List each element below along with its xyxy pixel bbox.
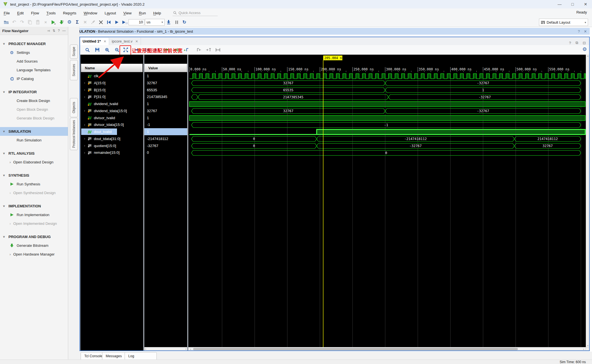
scrollbar-thumb[interactable] — [193, 348, 518, 350]
menu-layout[interactable]: Layout — [101, 8, 120, 17]
banner-close-icon[interactable]: ✕ — [584, 29, 587, 34]
zoom-in-button[interactable] — [103, 46, 111, 54]
signal-value-p310[interactable]: 2147385345 — [144, 93, 187, 100]
menu-flow[interactable]: Flow — [27, 8, 43, 17]
flow-item-open-synthesized-design[interactable]: ›Open Synthesized Design — [0, 188, 68, 197]
run-for-button[interactable]: (T) — [121, 19, 129, 26]
expand-icon[interactable]: › — [83, 151, 87, 155]
menu-reports[interactable]: Reports — [59, 8, 80, 17]
flow-section-program-and-debug[interactable]: ∨PROGRAM AND DEBUG — [0, 232, 68, 241]
signal-row-divisor_tdata150[interactable]: ›divisor_tdata[15:0] — [80, 121, 143, 128]
redo-button[interactable]: ↷ — [18, 19, 26, 26]
flow-item-create-block-design[interactable]: Create Block Design — [0, 96, 68, 105]
open-project-button[interactable] — [2, 19, 10, 26]
quick-access-search[interactable]: Quick Access — [173, 10, 218, 16]
add-marker-button[interactable]: + — [182, 46, 191, 54]
menu-help[interactable]: Help — [150, 8, 165, 17]
side-tab-scope[interactable]: Scope — [70, 45, 78, 59]
menu-file[interactable]: File — [0, 8, 14, 17]
signal-value-dividend_tdata150[interactable]: 32767 — [144, 107, 187, 114]
signal-row-divisor_tvalid[interactable]: divisor_tvalid — [80, 114, 143, 121]
side-tab-protocol-instances[interactable]: Protocol Instances — [70, 118, 78, 150]
scroll-right-icon[interactable]: › — [185, 347, 186, 350]
collapse-icon[interactable]: ⫤ — [47, 29, 50, 33]
settings-gear-button[interactable]: ⚙ — [65, 19, 73, 26]
save-wave-config-button[interactable] — [93, 46, 101, 54]
layout-selector[interactable]: Default Layout ▾ — [539, 19, 588, 26]
previous-marker-button[interactable] — [195, 46, 203, 54]
scroll-left-icon[interactable]: ‹ — [145, 347, 146, 350]
expand-icon[interactable]: › — [83, 144, 87, 148]
side-tab-objects[interactable]: Objects — [70, 98, 78, 117]
flow-item-language-templates[interactable]: Language Templates — [0, 66, 68, 74]
maximize-button[interactable]: □ — [566, 0, 579, 8]
flow-item-run-implementation[interactable]: Run Implementation — [0, 210, 68, 219]
break-button[interactable] — [97, 19, 105, 26]
signal-value-a150[interactable]: 32767 — [144, 79, 187, 86]
swap-cursors-button[interactable] — [214, 46, 222, 54]
signal-row-dout_tdata310[interactable]: ›dout_tdata[31:0] — [80, 135, 143, 142]
time-unit-select[interactable]: us▾ — [145, 19, 165, 26]
signal-row-clk[interactable]: clk — [80, 72, 143, 79]
run-time-input[interactable] — [129, 19, 144, 25]
restart-button[interactable] — [105, 19, 113, 26]
signal-value-clk[interactable]: 1 — [144, 72, 187, 79]
signal-value-dout_tvalid[interactable]: 1 — [144, 128, 187, 135]
scroll-down-icon[interactable]: ⌄ — [586, 343, 589, 347]
flow-item-run-synthesis[interactable]: Run Synthesis — [0, 180, 68, 188]
menu-edit[interactable]: Edit — [14, 8, 27, 17]
wave-scrollbar[interactable]: ‹ › — [188, 347, 586, 350]
cancel-button[interactable]: ✕ — [81, 19, 89, 26]
minimize-button[interactable]: — — [553, 0, 566, 8]
copy-button[interactable] — [26, 19, 34, 26]
help-icon[interactable]: ? — [569, 41, 571, 45]
find-button[interactable] — [83, 46, 92, 54]
edit-pen-button[interactable] — [89, 19, 97, 26]
flow-item-generate-bitstream[interactable]: Generate Bitstream — [0, 241, 68, 250]
expand-icon[interactable]: › — [83, 123, 87, 127]
maximize-icon[interactable]: ⊡ — [583, 41, 586, 45]
close-tab-icon[interactable]: ✕ — [135, 39, 138, 43]
run-all-button[interactable] — [113, 19, 121, 26]
flow-item-open-implemented-design[interactable]: ›Open Implemented Design — [0, 219, 68, 228]
flow-item-open-hardware-manager[interactable]: ›Open Hardware Manager — [0, 250, 68, 259]
signal-row-a150[interactable]: ›A[15:0] — [80, 79, 143, 86]
flow-section-synthesis[interactable]: ∨SYNTHESIS — [0, 171, 68, 180]
scroll-right-icon[interactable]: › — [582, 347, 586, 351]
expand-icon[interactable]: › — [83, 88, 87, 92]
close-tab-icon[interactable]: ✕ — [103, 39, 106, 43]
flow-item-run-simulation[interactable]: Run Simulation — [0, 136, 68, 145]
paste-button[interactable] — [34, 19, 42, 26]
signal-row-dout_tvalid[interactable]: dout_tvalid — [80, 128, 143, 135]
expand-icon[interactable]: ⇅ — [52, 29, 55, 33]
run-button[interactable] — [50, 19, 58, 26]
wave-settings-gear-icon[interactable]: ⚙ — [582, 46, 587, 52]
banner-help-icon[interactable]: ? — [578, 29, 580, 34]
signal-value-remainder150[interactable]: 0 — [144, 149, 187, 156]
flow-section-rtl-analysis[interactable]: ∨RTL ANALYSIS — [0, 149, 68, 158]
expand-icon[interactable]: › — [83, 137, 87, 141]
value-panel-scrollbar[interactable]: ‹ › — [144, 347, 187, 350]
scroll-up-icon[interactable]: ⌃ — [586, 55, 589, 59]
side-tab-sources[interactable]: Sources — [70, 60, 78, 80]
step-button[interactable] — [165, 19, 173, 26]
flow-section-simulation[interactable]: ∨SIMULATION — [0, 127, 68, 136]
bottom-tab-log[interactable]: Log — [125, 352, 157, 360]
signal-value-dout_tdata310[interactable]: -2147418112 — [144, 135, 187, 142]
relaunch-button[interactable]: ↻ — [180, 19, 188, 26]
undo-button[interactable]: ↶ — [10, 19, 18, 26]
scroll-left-icon[interactable]: ‹ — [189, 347, 193, 351]
flow-item-generate-block-design[interactable]: Generate Block Design — [0, 114, 68, 123]
signal-value-b150[interactable]: 65535 — [144, 86, 187, 94]
flow-item-open-elaborated-design[interactable]: ›Open Elaborated Design — [0, 158, 68, 167]
delete-button[interactable]: × — [42, 19, 50, 26]
next-marker-button[interactable] — [204, 46, 213, 54]
signal-row-dividend_tdata150[interactable]: ›dividend_tdata[15:0] — [80, 107, 143, 114]
flow-section-project-manager[interactable]: ∨PROJECT MANAGER — [0, 39, 68, 48]
signal-row-p310[interactable]: ›P[31:0] — [80, 93, 143, 100]
signal-value-quotient150[interactable]: -32767 — [144, 142, 187, 149]
flow-item-settings[interactable]: ⚙Settings — [0, 48, 68, 57]
float-icon[interactable]: ⧉ — [576, 41, 578, 45]
signal-row-remainder150[interactable]: ›remainder[15:0] — [80, 149, 143, 156]
pause-button[interactable] — [173, 19, 180, 26]
